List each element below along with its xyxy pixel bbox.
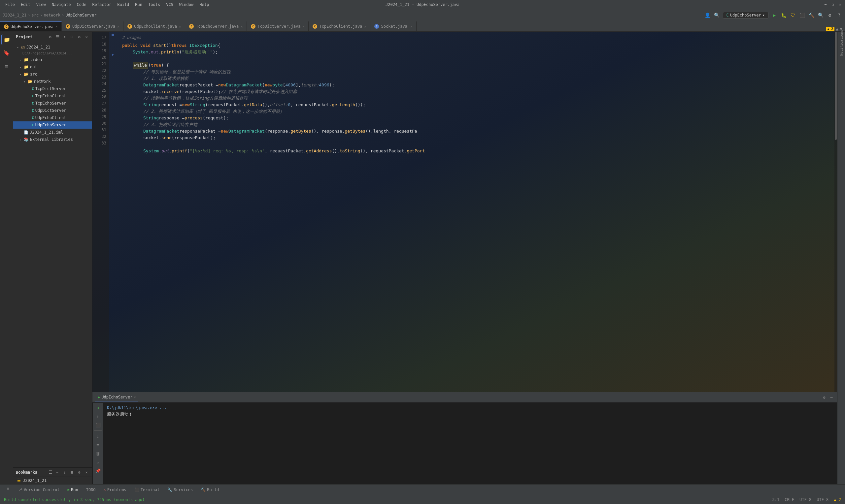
- run-button[interactable]: ▶: [771, 12, 778, 18]
- bookmarks-list-icon[interactable]: ☰: [47, 469, 53, 475]
- warnings-badge[interactable]: ▲ 2: [826, 27, 834, 31]
- bottom-tab-run[interactable]: ▶ Run: [64, 486, 81, 493]
- run-clear-icon[interactable]: 🗑: [94, 450, 102, 457]
- code-content[interactable]: 2 usages public void start () throws IOE…: [117, 32, 837, 392]
- tab-close-UdpEchoClient[interactable]: ✕: [179, 25, 181, 29]
- bookmarks-item-0[interactable]: ☰ J2024_1_21: [13, 477, 92, 484]
- tree-TcpEchoClient[interactable]: ▸ C TcpEchoClient: [13, 92, 92, 100]
- tree-iml[interactable]: ▸ 📄 J2024_1_21.iml: [13, 129, 92, 136]
- bottom-tab-problems[interactable]: ⚠ Problems: [100, 486, 130, 493]
- help-icon[interactable]: ?: [836, 12, 842, 18]
- tree-out[interactable]: ▸ 📁 out: [13, 63, 92, 71]
- panel-close-icon[interactable]: ✕: [84, 34, 89, 40]
- minimize-button[interactable]: ─: [823, 2, 828, 7]
- debug-button[interactable]: 🐛: [780, 12, 787, 18]
- menu-run[interactable]: Run: [133, 2, 145, 7]
- menu-code[interactable]: Code: [74, 2, 89, 7]
- menu-tools[interactable]: Tools: [145, 2, 163, 7]
- run-filter-icon[interactable]: ≡: [94, 441, 102, 449]
- menu-build[interactable]: Build: [115, 2, 132, 7]
- menu-edit[interactable]: Edit: [18, 2, 33, 7]
- tree-UdpDictServer[interactable]: ▸ C UdpDictServer: [13, 107, 92, 114]
- menu-view[interactable]: View: [34, 2, 49, 7]
- bookmarks-close-icon[interactable]: ✕: [84, 469, 89, 475]
- tree-idea[interactable]: ▸ 📁 .idea: [13, 56, 92, 63]
- notifications-panel[interactable]: Notifications: [839, 33, 844, 53]
- tab-close-Socket[interactable]: ✕: [410, 25, 412, 29]
- tab-close-TcpEchoServer[interactable]: ✕: [241, 25, 243, 29]
- tab-Socket[interactable]: I Socket.java ✕: [370, 21, 417, 31]
- run-rerun-icon[interactable]: ↺: [94, 404, 102, 411]
- tab-close-UdpEchoServer[interactable]: ✕: [55, 25, 57, 29]
- status-position[interactable]: 3:1: [772, 498, 779, 502]
- menu-navigate[interactable]: Navigate: [49, 2, 74, 7]
- account-icon[interactable]: 👤: [704, 12, 711, 18]
- run-config-dropdown[interactable]: C UdpEchoServer ▾: [723, 12, 769, 18]
- breadcrumb-project[interactable]: J2024_1_21: [3, 13, 27, 17]
- run-minimize-icon[interactable]: —: [828, 395, 834, 400]
- run-stop-icon[interactable]: ⬛: [94, 421, 102, 429]
- run-tab-main[interactable]: ▶ UdpEchoServer ✕: [95, 394, 138, 401]
- settings-icon[interactable]: ⚙: [827, 12, 833, 18]
- scroll-up-icon[interactable]: ▲: [836, 26, 839, 31]
- tree-TcpEchoServer[interactable]: ▸ C TcpEchoServer: [13, 100, 92, 107]
- bottom-tab-build[interactable]: 🔨 Build: [197, 486, 222, 493]
- menu-refactor[interactable]: Refactor: [89, 2, 114, 7]
- tab-close-TcpDictServer[interactable]: ✕: [302, 25, 304, 29]
- tab-UdpDictServer[interactable]: C UdpDictServer.java ✕: [62, 21, 123, 31]
- bookmarks-collapse-icon[interactable]: ⊟: [69, 469, 75, 475]
- panel-list-icon[interactable]: ☰: [54, 34, 60, 40]
- status-build-message[interactable]: Build completed successfully in 3 sec, 7…: [4, 498, 145, 502]
- structure-icon[interactable]: ≡: [1, 61, 12, 71]
- status-warnings[interactable]: ▲ 2: [834, 498, 841, 502]
- tree-root[interactable]: ▾ 🗂 J2024_1_21: [13, 43, 92, 51]
- run-settings-icon[interactable]: ⚙: [821, 395, 827, 400]
- stop-button[interactable]: ⬛: [799, 12, 805, 18]
- panel-settings-icon[interactable]: ⚙: [76, 34, 82, 40]
- tab-close-TcpEchoClient[interactable]: ✕: [364, 25, 366, 29]
- menu-help[interactable]: Help: [197, 2, 212, 7]
- tree-UdpEchoClient[interactable]: ▸ C UdpEchoClient: [13, 114, 92, 121]
- menu-window[interactable]: Window: [177, 2, 196, 7]
- bookmarks-expand-icon[interactable]: ↕: [62, 469, 68, 475]
- breadcrumb-file[interactable]: UdpEchoServer: [65, 13, 96, 17]
- run-wrap-icon[interactable]: ↵: [94, 458, 102, 466]
- menu-file[interactable]: File: [3, 2, 17, 7]
- maximize-button[interactable]: ❐: [830, 2, 835, 7]
- coverage-button[interactable]: 🛡: [790, 12, 796, 18]
- tree-TcpDictServer[interactable]: ▸ C TcpDictServer: [13, 85, 92, 92]
- bookmarks-icon[interactable]: 🔖: [1, 48, 12, 58]
- bookmarks-settings-icon[interactable]: ⚙: [76, 469, 82, 475]
- run-pin-icon[interactable]: 📌: [94, 467, 102, 474]
- tab-TcpEchoServer[interactable]: C TcpEchoServer.java ✕: [185, 21, 247, 31]
- panel-gear-icon[interactable]: ⚙: [47, 34, 53, 40]
- tab-UdpEchoServer[interactable]: C UdpEchoServer.java ✕: [0, 21, 62, 31]
- run-up-icon[interactable]: ↑: [94, 413, 102, 420]
- build-icon[interactable]: 🔨: [808, 12, 815, 18]
- tab-TcpDictServer[interactable]: C TcpDictServer.java ✕: [247, 21, 309, 31]
- code-editor[interactable]: 17 18 19 20 21 22 23 24 25 26 27 28 29 3…: [92, 32, 837, 392]
- run-scroll-end-icon[interactable]: ⤓: [94, 433, 102, 440]
- menu-vcs[interactable]: VCS: [163, 2, 176, 7]
- status-indent[interactable]: UTF-8: [816, 498, 828, 502]
- breadcrumb-package[interactable]: netWork: [43, 13, 60, 17]
- breadcrumb-src[interactable]: src: [31, 13, 39, 17]
- panel-expand-icon[interactable]: ↕: [62, 34, 68, 40]
- tab-TcpEchoClient[interactable]: C TcpEchoClient.java ✕: [309, 21, 370, 31]
- bottom-tab-todo[interactable]: TODO: [83, 486, 99, 493]
- bottom-tab-services[interactable]: 🔧 Services: [164, 486, 196, 493]
- tab-close-UdpDictServer[interactable]: ✕: [117, 25, 119, 29]
- panel-collapse-icon[interactable]: ⊟: [69, 34, 75, 40]
- tab-UdpEchoClient[interactable]: C UdpEchoClient.java ✕: [123, 21, 185, 31]
- bottom-structure-icon[interactable]: ≡: [4, 485, 12, 492]
- status-encoding[interactable]: UTF-8: [799, 498, 811, 502]
- bookmarks-edit-icon[interactable]: ✏: [54, 469, 60, 475]
- search-icon[interactable]: 🔍: [817, 12, 824, 18]
- tree-netWork[interactable]: ▾ 📂 netWork: [13, 78, 92, 85]
- search-everywhere-icon[interactable]: 🔍: [714, 12, 720, 18]
- close-button[interactable]: ✕: [838, 2, 842, 7]
- tree-UdpEchoServer[interactable]: ▸ C UdpEchoServer: [13, 121, 92, 129]
- bottom-tab-terminal[interactable]: ⬛ Terminal: [131, 486, 163, 493]
- bottom-tab-version-control[interactable]: ⎇ Version Control: [15, 486, 63, 493]
- project-view-icon[interactable]: 📁: [1, 34, 12, 45]
